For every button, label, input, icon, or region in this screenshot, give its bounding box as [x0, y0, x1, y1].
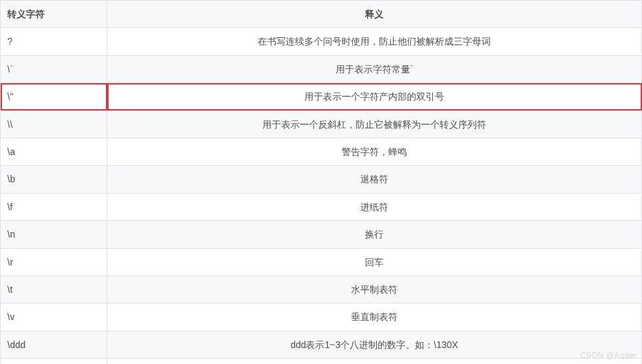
cell-escape: \n [1, 221, 107, 248]
cell-meaning: 警告字符，蜂鸣 [107, 138, 642, 165]
cell-meaning: 用于表示一个字符产内部的双引号 [107, 83, 642, 110]
table-row: \`用于表示字符常量` [1, 55, 642, 83]
table-row: \n换行 [1, 221, 642, 248]
cell-meaning: 垂直制表符 [107, 303, 642, 331]
table-row: ?在书写连续多个问号时使用，防止他们被解析成三字母词 [1, 28, 642, 55]
cell-meaning: 进纸符 [107, 193, 642, 220]
table-row: \a警告字符，蜂鸣 [1, 138, 642, 165]
cell-meaning: 用于表示一个反斜杠，防止它被解释为一个转义序列符 [107, 110, 642, 138]
cell-escape: \r [1, 248, 107, 275]
cell-escape: \v [1, 303, 107, 331]
table-header-row: 转义字符 释义 [1, 1, 642, 28]
cell-meaning: ddd表示1~3个八进制的数字。如：\130X [107, 331, 642, 358]
table-row: \r回车 [1, 248, 642, 275]
cell-meaning: 在书写连续多个问号时使用，防止他们被解析成三字母词 [107, 28, 642, 55]
cell-escape: \b [1, 166, 107, 193]
cell-escape: \f [1, 193, 107, 220]
escape-characters-table: 转义字符 释义 ?在书写连续多个问号时使用，防止他们被解析成三字母词\`用于表示… [0, 0, 642, 364]
table-row: \b退格符 [1, 166, 642, 193]
cell-escape: \xdd [1, 359, 107, 364]
table-row: \\用于表示一个反斜杠，防止它被解释为一个转义序列符 [1, 110, 642, 138]
cell-escape: \ddd [1, 331, 107, 358]
table-row: \xdddd表示2个十六进制数字。如:\x30 0 [1, 359, 642, 364]
cell-escape: \" [1, 83, 107, 110]
cell-meaning: 回车 [107, 248, 642, 275]
cell-escape: \a [1, 138, 107, 165]
header-meaning: 释义 [107, 1, 642, 28]
cell-meaning: 用于表示字符常量` [107, 55, 642, 83]
cell-escape: \\ [1, 110, 107, 138]
cell-meaning: 换行 [107, 221, 642, 248]
table-row: \f进纸符 [1, 193, 642, 220]
table-row: \"用于表示一个字符产内部的双引号 [1, 83, 642, 110]
table-row: \dddddd表示1~3个八进制的数字。如：\130X [1, 331, 642, 358]
watermark: CSDN @Aqder [580, 351, 637, 360]
cell-meaning: 退格符 [107, 166, 642, 193]
cell-escape: \` [1, 55, 107, 83]
cell-meaning: 水平制表符 [107, 275, 642, 303]
cell-meaning: dd表示2个十六进制数字。如:\x30 0 [107, 359, 642, 364]
header-escape: 转义字符 [1, 1, 107, 28]
cell-escape: \t [1, 275, 107, 303]
table-row: \t水平制表符 [1, 275, 642, 303]
cell-escape: ? [1, 28, 107, 55]
table-row: \v垂直制表符 [1, 303, 642, 331]
